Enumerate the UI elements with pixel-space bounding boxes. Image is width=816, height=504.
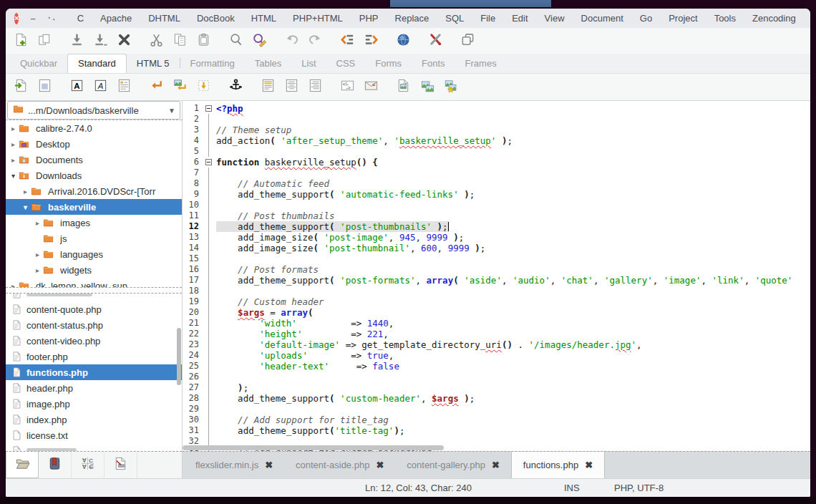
code-line[interactable]: 21 'width' => 1440, (183, 318, 810, 329)
file-item-content-video-php[interactable]: content-video.php (6, 333, 182, 349)
file-item-header-php[interactable]: header.php (6, 380, 182, 396)
code-line[interactable]: 14 add_image_size( 'post-thumbnail', 600… (183, 243, 810, 253)
paste-button[interactable] (194, 32, 213, 50)
directory-selector[interactable]: ...m/Downloads/baskerville ▼ (7, 101, 180, 120)
tree-item-widgets[interactable]: ▸widgets (6, 262, 182, 278)
code-line[interactable]: 5 (183, 146, 810, 157)
code-line[interactable]: 8 // Automatic feed (183, 178, 810, 189)
code-line[interactable]: 15 (183, 253, 810, 264)
code-line[interactable]: 28 add_theme_support( 'custom-header', $… (183, 393, 810, 404)
file-item-content-quote-php[interactable]: content-quote.php (6, 301, 182, 317)
menu-docbook[interactable]: DocBook (197, 13, 235, 24)
email-tag-button[interactable] (361, 78, 380, 97)
menu-c[interactable]: C (77, 13, 84, 24)
menu-php[interactable]: PHP (359, 13, 379, 24)
code-line[interactable]: 11 // Post thumbnails (183, 210, 810, 221)
code-line[interactable]: 9 add_theme_support( 'automatic-feed-lin… (183, 189, 810, 200)
document-tab-functions-php[interactable]: functions.php✖ (511, 452, 605, 478)
document-tab-flexslider-min-js[interactable]: flexslider.min.js✖ (184, 452, 284, 478)
menu-file[interactable]: File (480, 13, 495, 24)
close-tab-icon[interactable]: ✖ (492, 460, 500, 470)
menu-edit[interactable]: Edit (512, 13, 528, 24)
tree-item-js[interactable]: js (6, 231, 182, 246)
menu-go[interactable]: Go (640, 13, 652, 24)
menu-html[interactable]: HTML (251, 13, 276, 24)
toolbar-tab-standard[interactable]: Standard (67, 54, 127, 73)
tree-item-arrival-2016-dvdscr-torr[interactable]: ▸Arrival.2016.DVDScr-[Torr (6, 183, 182, 199)
expander-expanded-icon[interactable]: ▾ (9, 172, 18, 180)
save-button[interactable] (67, 32, 86, 50)
file-item-image-php[interactable]: image.php (6, 396, 182, 412)
code-line[interactable]: 24 'uploads' => true, (183, 350, 810, 361)
menu-replace[interactable]: Replace (395, 13, 429, 24)
italic-tag-button[interactable]: A (91, 78, 110, 97)
close-tab-icon[interactable]: ✖ (265, 460, 273, 470)
open-file-button[interactable] (35, 32, 54, 50)
pane-splitter[interactable] (6, 287, 182, 294)
expander-collapsed-icon[interactable]: ▸ (33, 251, 42, 258)
code-line[interactable]: 10 (183, 200, 810, 210)
code-line[interactable]: 1<?php (183, 103, 810, 114)
image-tag-button[interactable] (394, 78, 412, 97)
code-line[interactable]: 17 add_theme_support( 'post-formats', ar… (183, 275, 810, 286)
file-item-content-status-php[interactable]: content-status.php (6, 317, 182, 333)
close-window-button[interactable]: × (14, 13, 19, 24)
paragraph-tag-button[interactable] (115, 78, 133, 97)
code-line[interactable]: 31 add_theme_support('title-tag'); (183, 425, 810, 436)
undo-button[interactable] (282, 32, 301, 50)
tree-item-baskerville[interactable]: ▾baskerville (6, 199, 182, 215)
tree-item-documents[interactable]: ▸Documents (6, 152, 182, 168)
div-tag-button[interactable] (258, 78, 277, 97)
nbsp-tag-button[interactable] (194, 78, 213, 97)
browser-preview-button[interactable] (394, 32, 412, 50)
code-line[interactable]: 29 (183, 404, 810, 415)
expander-collapsed-icon[interactable]: ▸ (9, 282, 18, 288)
file-item-partial[interactable] (6, 443, 182, 451)
code-line[interactable]: 18 (183, 286, 810, 296)
expander-expanded-icon[interactable]: ▾ (21, 203, 30, 211)
find-button[interactable] (226, 32, 245, 50)
code-line[interactable]: 19 // Custom header (183, 296, 810, 307)
code-line[interactable]: 6function baskerville_setup() { (183, 157, 810, 168)
code-line[interactable]: 7 (183, 168, 810, 178)
comment-tag-button[interactable]: <!--> (338, 78, 356, 97)
toolbar-tab-quickbar[interactable]: Quickbar (10, 54, 67, 73)
fold-collapse-icon[interactable] (205, 159, 212, 165)
minimize-button[interactable]: – (30, 12, 35, 24)
code-line[interactable]: 22 'height' => 221, (183, 329, 810, 339)
toolbar-tab-fonts[interactable]: Fonts (412, 54, 455, 73)
document-tab-content-gallery-php[interactable]: content-gallery.php✖ (395, 452, 511, 478)
sidebar-tab-snippets[interactable] (105, 452, 137, 478)
redo-button[interactable] (306, 32, 324, 50)
code-line[interactable]: 20 $args = array( (183, 307, 810, 318)
file-item-footer-php[interactable]: footer.php (6, 349, 182, 364)
close-doc-button[interactable] (115, 32, 133, 50)
code-line[interactable]: 26 (183, 372, 810, 382)
expander-collapsed-icon[interactable]: ▸ (33, 266, 42, 274)
find-replace-button[interactable] (250, 32, 268, 50)
unindent-button[interactable] (338, 32, 356, 50)
code-line[interactable]: 27 ); (183, 382, 810, 393)
expander-collapsed-icon[interactable]: ▸ (9, 140, 18, 148)
menu-view[interactable]: View (545, 13, 565, 24)
expander-collapsed-icon[interactable]: ▸ (21, 188, 30, 195)
editor-horizontal-scrollbar[interactable] (183, 445, 444, 450)
file-item-index-php[interactable]: index.php (6, 412, 182, 427)
code-line[interactable]: 3// Theme setup (183, 125, 810, 135)
thumbnail-tag-button[interactable] (417, 78, 436, 97)
code-editor[interactable]: 1<?php23// Theme setup4add_action( 'afte… (183, 101, 810, 451)
bold-tag-button[interactable]: A (67, 78, 86, 97)
file-item-license-txt[interactable]: license.txt (6, 427, 182, 443)
copy-button[interactable] (170, 32, 189, 50)
tree-item-calibre-2-74-0[interactable]: ▸calibre-2.74.0 (6, 120, 182, 136)
fold-collapse-icon[interactable] (205, 105, 212, 112)
expander-collapsed-icon[interactable]: ▸ (33, 219, 42, 227)
toolbar-tab-forms[interactable]: Forms (365, 54, 412, 73)
indent-button[interactable] (361, 32, 380, 50)
break-clear-tag-button[interactable] (170, 78, 189, 97)
file-item-functions-php[interactable]: functions.php (6, 364, 182, 380)
sidebar-tab-file-browser[interactable] (6, 452, 39, 478)
cut-button[interactable] (147, 32, 165, 50)
center-tag-button[interactable] (282, 78, 301, 97)
quickstart-button[interactable] (11, 78, 30, 97)
